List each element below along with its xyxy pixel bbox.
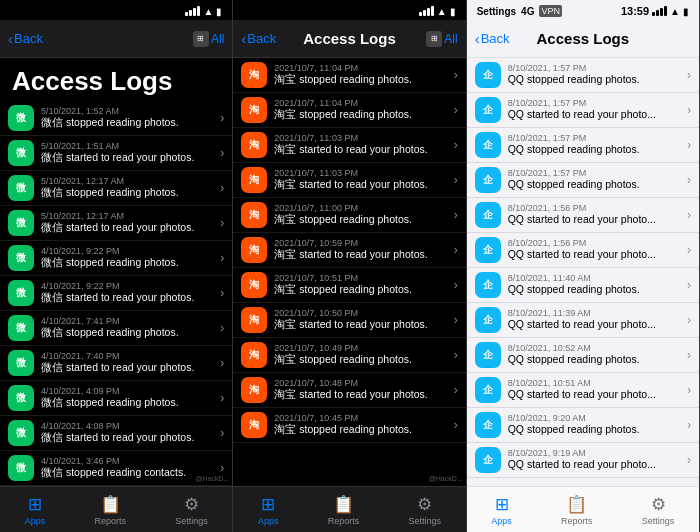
log-item[interactable]: 淘 2021/10/7, 10:59 PM 淘宝 started to read… bbox=[233, 233, 465, 268]
app-icon: 淘 bbox=[241, 97, 267, 123]
log-item[interactable]: 微 5/10/2021, 1:52 AM 微信 stopped reading … bbox=[0, 101, 232, 136]
tab-icon: 📋 bbox=[566, 494, 587, 515]
chevron-left-icon: ‹ bbox=[475, 30, 480, 47]
app-icon: 微 bbox=[8, 315, 34, 341]
log-content: 2021/10/7, 10:49 PM 淘宝 stopped reading p… bbox=[274, 343, 446, 367]
list-chevron-icon: › bbox=[220, 321, 224, 335]
log-item[interactable]: 企 8/10/2021, 10:51 AM QQ started to read… bbox=[467, 373, 699, 408]
log-text: 微信 stopped reading photos. bbox=[41, 396, 213, 410]
log-timestamp: 8/10/2021, 1:57 PM bbox=[508, 168, 680, 178]
log-item[interactable]: 微 4/10/2021, 7:40 PM 微信 started to read … bbox=[0, 346, 232, 381]
log-timestamp: 4/10/2021, 9:22 PM bbox=[41, 281, 213, 291]
log-content: 8/10/2021, 9:20 AM QQ stopped reading ph… bbox=[508, 413, 680, 437]
log-item[interactable]: 淘 2021/10/7, 10:50 PM 淘宝 started to read… bbox=[233, 303, 465, 338]
log-item[interactable]: 微 4/10/2021, 7:41 PM 微信 stopped reading … bbox=[0, 311, 232, 346]
log-item[interactable]: 微 4/10/2021, 9:22 PM 微信 stopped reading … bbox=[0, 241, 232, 276]
log-item[interactable]: 淘 2021/10/7, 11:03 PM 淘宝 started to read… bbox=[233, 163, 465, 198]
log-content: 4/10/2021, 7:41 PM 微信 stopped reading ph… bbox=[41, 316, 213, 340]
log-item[interactable]: 微 4/10/2021, 9:22 PM 微信 started to read … bbox=[0, 276, 232, 311]
app-icon: 企 bbox=[475, 377, 501, 403]
list-chevron-icon: › bbox=[220, 286, 224, 300]
log-item[interactable]: 微 5/10/2021, 12:17 AM 微信 started to read… bbox=[0, 206, 232, 241]
log-text: 淘宝 started to read your photos. bbox=[274, 143, 446, 157]
chevron-left-icon: ‹ bbox=[241, 30, 246, 47]
log-item[interactable]: 淘 2021/10/7, 11:04 PM 淘宝 stopped reading… bbox=[233, 93, 465, 128]
tab-item-apps[interactable]: ⊞ Apps bbox=[491, 494, 512, 526]
nav-back-button[interactable]: ‹ Back bbox=[8, 30, 43, 47]
all-filter-button[interactable]: ⊞ All bbox=[193, 31, 224, 47]
log-timestamp: 8/10/2021, 1:57 PM bbox=[508, 133, 680, 143]
nav-bar: ‹ Back ⊞ All bbox=[0, 20, 232, 58]
app-icon: 企 bbox=[475, 62, 501, 88]
all-filter-button[interactable]: ⊞ All bbox=[426, 31, 457, 47]
log-item[interactable]: 微 4/10/2021, 4:09 PM 微信 stopped reading … bbox=[0, 381, 232, 416]
tab-item-reports[interactable]: 📋 Reports bbox=[94, 494, 126, 526]
log-item[interactable]: 企 8/10/2021, 1:56 PM QQ started to read … bbox=[467, 233, 699, 268]
list-chevron-icon: › bbox=[220, 181, 224, 195]
log-content: 2021/10/7, 11:00 PM 淘宝 stopped reading p… bbox=[274, 203, 446, 227]
log-text: QQ stopped reading photos. bbox=[508, 143, 680, 157]
tab-icon: ⊞ bbox=[28, 494, 42, 515]
log-timestamp: 2021/10/7, 10:50 PM bbox=[274, 308, 446, 318]
nav-back-button[interactable]: ‹ Back bbox=[475, 30, 510, 47]
tab-item-settings[interactable]: ⚙ Settings bbox=[408, 494, 441, 526]
log-content: 2021/10/7, 10:51 PM 淘宝 stopped reading p… bbox=[274, 273, 446, 297]
log-text: QQ started to read your photo... bbox=[508, 388, 680, 402]
log-item[interactable]: 淘 2021/10/7, 10:45 PM 淘宝 stopped reading… bbox=[233, 408, 465, 443]
app-icon: 企 bbox=[475, 307, 501, 333]
log-item[interactable]: 淘 2021/10/7, 11:04 PM 淘宝 stopped reading… bbox=[233, 58, 465, 93]
tab-item-settings[interactable]: ⚙ Settings bbox=[175, 494, 208, 526]
app-icon: 企 bbox=[475, 237, 501, 263]
log-item[interactable]: 企 8/10/2021, 9:20 AM QQ stopped reading … bbox=[467, 408, 699, 443]
list-chevron-icon: › bbox=[687, 348, 691, 362]
log-content: 8/10/2021, 1:57 PM QQ stopped reading ph… bbox=[508, 168, 680, 192]
log-content: 5/10/2021, 1:52 AM 微信 stopped reading ph… bbox=[41, 106, 213, 130]
log-text: 微信 started to read your photos. bbox=[41, 361, 213, 375]
log-item[interactable]: 企 8/10/2021, 1:57 PM QQ stopped reading … bbox=[467, 58, 699, 93]
log-content: 4/10/2021, 9:22 PM 微信 started to read yo… bbox=[41, 281, 213, 305]
log-item[interactable]: 微 5/10/2021, 1:51 AM 微信 started to read … bbox=[0, 136, 232, 171]
tab-label: Reports bbox=[328, 516, 360, 526]
log-item[interactable]: 企 8/10/2021, 9:19 AM QQ started to read … bbox=[467, 443, 699, 478]
log-item[interactable]: 微 5/10/2021, 12:17 AM 微信 stopped reading… bbox=[0, 171, 232, 206]
log-item[interactable]: 企 8/10/2021, 1:57 PM QQ stopped reading … bbox=[467, 128, 699, 163]
log-item[interactable]: 企 8/10/2021, 11:40 AM QQ stopped reading… bbox=[467, 268, 699, 303]
log-item[interactable]: 企 8/10/2021, 11:39 AM QQ started to read… bbox=[467, 303, 699, 338]
log-item[interactable]: 企 8/10/2021, 1:57 PM QQ stopped reading … bbox=[467, 163, 699, 198]
log-content: 2021/10/7, 10:50 PM 淘宝 started to read y… bbox=[274, 308, 446, 332]
chevron-left-icon: ‹ bbox=[8, 30, 13, 47]
list-chevron-icon: › bbox=[454, 68, 458, 82]
log-content: 2021/10/7, 11:03 PM 淘宝 started to read y… bbox=[274, 168, 446, 192]
log-item[interactable]: 企 8/10/2021, 1:57 PM QQ started to read … bbox=[467, 93, 699, 128]
app-icon: 淘 bbox=[241, 202, 267, 228]
tab-item-settings[interactable]: ⚙ Settings bbox=[642, 494, 675, 526]
log-item[interactable]: 淘 2021/10/7, 10:48 PM 淘宝 started to read… bbox=[233, 373, 465, 408]
log-item[interactable]: 淘 2021/10/7, 10:49 PM 淘宝 stopped reading… bbox=[233, 338, 465, 373]
tab-item-reports[interactable]: 📋 Reports bbox=[328, 494, 360, 526]
nav-back-button[interactable]: ‹ Back bbox=[241, 30, 276, 47]
app-icon: 企 bbox=[475, 167, 501, 193]
battery-icon: ▮ bbox=[450, 6, 456, 17]
tab-item-apps[interactable]: ⊞ Apps bbox=[25, 494, 46, 526]
list-chevron-icon: › bbox=[687, 68, 691, 82]
log-content: 2021/10/7, 10:48 PM 淘宝 started to read y… bbox=[274, 378, 446, 402]
app-icon: 企 bbox=[475, 272, 501, 298]
log-item[interactable]: 淘 2021/10/7, 10:51 PM 淘宝 stopped reading… bbox=[233, 268, 465, 303]
tab-icon: 📋 bbox=[333, 494, 354, 515]
log-content: 5/10/2021, 12:17 AM 微信 started to read y… bbox=[41, 211, 213, 235]
log-item[interactable]: 企 8/10/2021, 10:52 AM QQ stopped reading… bbox=[467, 338, 699, 373]
log-timestamp: 2021/10/7, 10:51 PM bbox=[274, 273, 446, 283]
log-text: QQ stopped reading photos. bbox=[508, 73, 680, 87]
log-item[interactable]: 微 4/10/2021, 4:08 PM 微信 started to read … bbox=[0, 416, 232, 451]
log-item[interactable]: 企 8/10/2021, 1:56 PM QQ started to read … bbox=[467, 198, 699, 233]
tab-item-reports[interactable]: 📋 Reports bbox=[561, 494, 593, 526]
log-timestamp: 8/10/2021, 1:56 PM bbox=[508, 238, 680, 248]
log-timestamp: 2021/10/7, 10:49 PM bbox=[274, 343, 446, 353]
log-timestamp: 2021/10/7, 11:03 PM bbox=[274, 133, 446, 143]
list-chevron-icon: › bbox=[454, 173, 458, 187]
log-item[interactable]: 淘 2021/10/7, 11:03 PM 淘宝 started to read… bbox=[233, 128, 465, 163]
log-timestamp: 2021/10/7, 11:04 PM bbox=[274, 63, 446, 73]
log-item[interactable]: 淘 2021/10/7, 11:00 PM 淘宝 stopped reading… bbox=[233, 198, 465, 233]
log-content: 8/10/2021, 11:39 AM QQ started to read y… bbox=[508, 308, 680, 332]
tab-item-apps[interactable]: ⊞ Apps bbox=[258, 494, 279, 526]
